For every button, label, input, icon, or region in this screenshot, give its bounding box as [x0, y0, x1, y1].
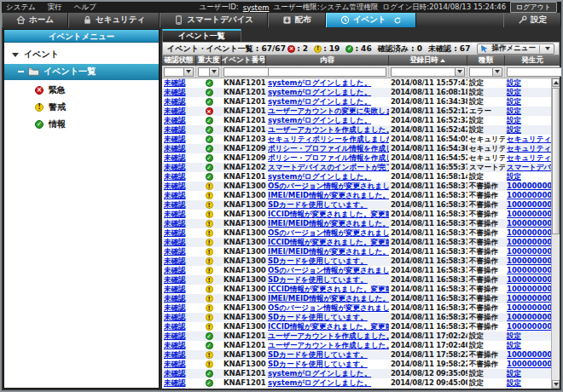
source-link[interactable]: 設定	[507, 341, 521, 349]
status-filter-select[interactable]	[164, 67, 194, 77]
table-row[interactable]: 未確認 ! KNAF130043 IMEI/MEID情報が変更されました。変更前…	[162, 191, 551, 200]
status-link[interactable]: 未確認	[164, 228, 186, 237]
source-link[interactable]: 設定	[507, 172, 521, 181]
source-link[interactable]: 設定	[507, 116, 521, 124]
content-link[interactable]: OSのバージョン情報が変更されました。変…	[268, 182, 389, 190]
table-row[interactable]: 未確認 ✓ KNAF120100 ユーザーアカウントを作成しました。ユーザ… 2…	[162, 125, 551, 135]
source-link[interactable]: セキュリティ	[507, 135, 551, 143]
source-link[interactable]: 1000000001	[507, 303, 551, 312]
nav-tab-event[interactable]: イベント	[326, 13, 416, 27]
source-link[interactable]: 設定	[507, 97, 521, 106]
content-link[interactable]: systemがログインしました。	[268, 369, 371, 378]
content-link[interactable]: IMEI/MEID情報が変更されました。変更前:…	[268, 191, 389, 199]
status-link[interactable]: 未確認	[164, 163, 186, 171]
table-row[interactable]: 未確認 ✓ KNAF120108 systemがログインしました。 2014/0…	[162, 378, 551, 388]
table-row[interactable]: 未確認 ✓ KNAF120108 systemがログインしました。 2014/0…	[162, 88, 551, 97]
table-row[interactable]: 未確認 ✓ KNAF120100 ユーザーアカウントを作成しました。ユーザ… 2…	[162, 331, 551, 341]
source-link[interactable]: 1000000001	[507, 228, 551, 237]
table-row[interactable]: 未確認 ! KNAF130044 OSのバージョン情報が変更されました。変… 2…	[162, 228, 551, 238]
table-row[interactable]: 未確認 ! KNAF130046 SDカードを使用しています。 2014/08/…	[162, 350, 551, 360]
table-row[interactable]: 未確認 × KNAF120117 ユーザーアカウントの変更に失敗しました。 20…	[162, 107, 551, 116]
source-link[interactable]: 1000000001	[507, 322, 551, 331]
table-row[interactable]: 未確認 ! KNAF130045 ICCID情報が変更されました。変更前: 変更…	[162, 238, 551, 247]
content-link[interactable]: systemがログインしました。	[268, 378, 371, 387]
status-link[interactable]: 未確認	[164, 247, 186, 256]
content-link[interactable]: SDカードを使用しています。	[268, 350, 368, 359]
nav-tab-settings[interactable]: 設定	[503, 13, 561, 27]
table-row[interactable]: 未確認 ! KNAF130046 SDカードを使用しています。 2014/08/…	[162, 360, 551, 369]
content-link[interactable]: ポリシー・プロファイル情報を作成しました。	[268, 153, 389, 162]
status-link[interactable]: 未確認	[164, 191, 186, 199]
source-link[interactable]: 1000000001	[507, 266, 551, 274]
source-link[interactable]: セキュリティ	[507, 144, 551, 153]
source-link[interactable]: 1000000001	[507, 191, 551, 199]
status-link[interactable]: 未確認	[164, 182, 186, 190]
status-link[interactable]: 未確認	[164, 107, 186, 115]
table-row[interactable]: 未確認 ✓ KNAF120300 セキュリティポリシーを作成しました。セキュ… …	[162, 135, 551, 144]
status-link[interactable]: 未確認	[164, 313, 186, 321]
source-link[interactable]: 1000000001	[507, 275, 551, 284]
status-link[interactable]: 未確認	[164, 238, 186, 246]
status-link[interactable]: 未確認	[164, 219, 186, 228]
nav-tab-home[interactable]: ホーム	[2, 13, 68, 27]
table-row[interactable]: 未確認 ✓ KNAF120108 systemがログインしました。 2014/0…	[162, 172, 551, 182]
table-row[interactable]: 未確認 ✓ KNAF120100 ユーザーアカウントを作成しました。ユーザ… 2…	[162, 341, 551, 350]
status-link[interactable]: 未確認	[164, 350, 186, 359]
table-row[interactable]: 未確認 ✓ KNAF120200 スマートデバイスのインポートが完了しまし… 2…	[162, 163, 551, 172]
status-link[interactable]: 未確認	[164, 294, 186, 303]
user-id-link[interactable]: system	[243, 3, 270, 12]
status-link[interactable]: 未確認	[164, 303, 186, 312]
content-link[interactable]: systemがログインしました。	[268, 88, 371, 96]
status-link[interactable]: 未確認	[164, 341, 186, 349]
source-link[interactable]: スマートデバイス	[507, 163, 551, 171]
table-row[interactable]: 未確認 ✓ KNAF120108 systemがログインしました。 2014/0…	[162, 97, 551, 107]
nav-tab-smartdevice[interactable]: スマートデバイス	[160, 13, 268, 27]
table-row[interactable]: 未確認 ! KNAF130045 ICCID情報が変更されました。変更前: 変更…	[162, 210, 551, 219]
table-row[interactable]: 未確認 ! KNAF130046 SDカードを使用しています。 2014/08/…	[162, 200, 551, 210]
table-row[interactable]: 未確認 ✓ KNAF120900 ポリシー・プロファイル情報を作成しました。 2…	[162, 153, 551, 163]
content-link[interactable]: IMEI/MEID情報が変更されました。変更前:…	[268, 219, 389, 228]
col-header-severity[interactable]: 重大度	[196, 55, 222, 66]
source-link[interactable]: 1000000001	[507, 313, 551, 321]
source-link[interactable]: セキュリティ	[507, 153, 551, 162]
source-link[interactable]: 1000000001	[507, 247, 551, 256]
status-link[interactable]: 未確認	[164, 125, 186, 134]
content-link[interactable]: SDカードを使用しています。	[268, 313, 368, 321]
content-link[interactable]: OSのバージョン情報が変更されました。変…	[268, 228, 389, 237]
source-link[interactable]: 1000000001	[507, 219, 551, 228]
status-link[interactable]: 未確認	[164, 266, 186, 274]
source-link[interactable]: 設定	[507, 369, 521, 378]
status-link[interactable]: 未確認	[164, 275, 186, 284]
content-link[interactable]: ICCID情報が変更されました。変更前: 変更…	[268, 238, 389, 246]
source-link[interactable]: 設定	[507, 78, 521, 87]
source-link[interactable]: 1000000001	[507, 257, 551, 265]
table-row[interactable]: 未確認 ✓ KNAF120108 systemがログインしました。 2014/0…	[162, 388, 551, 389]
dropdown-arrow-icon[interactable]	[455, 68, 464, 76]
status-link[interactable]: 未確認	[164, 97, 186, 106]
status-link[interactable]: 未確認	[164, 360, 186, 368]
content-link[interactable]: systemがログインしました。	[268, 172, 371, 181]
scrollbar-thumb[interactable]	[552, 88, 560, 234]
source-link[interactable]: 1000000001	[507, 285, 551, 293]
content-link[interactable]: OSのバージョン情報が変更されました。変…	[268, 266, 389, 274]
col-header-number[interactable]: イベント番号	[222, 55, 266, 66]
menu-help[interactable]: ヘルプ	[74, 3, 96, 13]
vertical-scrollbar[interactable]	[551, 78, 560, 389]
datetime-filter-select[interactable]	[391, 67, 465, 77]
source-link[interactable]: 1000000001	[507, 360, 551, 368]
table-row[interactable]: 未確認 ✓ KNAF120108 systemがログインしました。 2014/0…	[162, 116, 551, 125]
source-link[interactable]: 設定	[507, 125, 521, 134]
status-link[interactable]: 未確認	[164, 144, 186, 153]
content-link[interactable]: ユーザーアカウントの変更に失敗しました。	[268, 107, 389, 115]
content-link[interactable]: systemがログインしました。	[268, 116, 371, 124]
col-header-content[interactable]: 内容	[266, 55, 389, 66]
table-row[interactable]: 未確認 ! KNAF130044 OSのバージョン情報が変更されました。変… 2…	[162, 303, 551, 313]
status-link[interactable]: 未確認	[164, 378, 186, 387]
tree-node-warning[interactable]: ! 警戒	[4, 99, 159, 116]
dropdown-arrow-icon[interactable]	[545, 47, 550, 50]
status-link[interactable]: 未確認	[164, 116, 186, 124]
table-row[interactable]: 未確認 ! KNAF130046 SDカードを使用しています。 2014/08/…	[162, 275, 551, 285]
tree-node-event[interactable]: イベント	[4, 47, 159, 63]
content-link[interactable]: ユーザーアカウントを作成しました。ユーザ…	[268, 331, 389, 340]
content-link[interactable]: スマートデバイスのインポートが完了しまし…	[268, 163, 389, 171]
